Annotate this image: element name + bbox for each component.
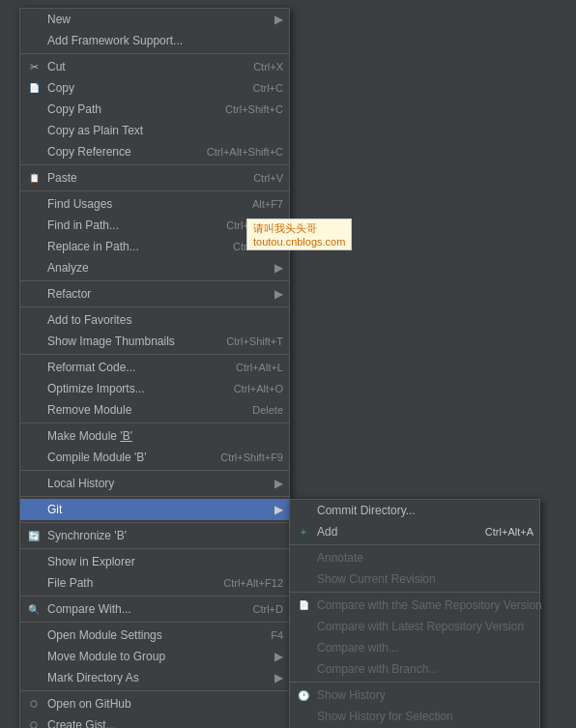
menu-item-analyze[interactable]: Analyze ▶ (20, 257, 289, 278)
compare-with-shortcut: Ctrl+D (234, 603, 283, 615)
separator (20, 496, 289, 497)
menu-item-paste[interactable]: 📋 Paste Ctrl+V (20, 167, 289, 189)
menu-item-copy-plain[interactable]: Copy as Plain Text (20, 120, 289, 141)
find-path-label: Find in Path... (47, 218, 119, 232)
git-compare-latest: Compare with Latest Repository Version (290, 616, 539, 637)
menu-item-copy-reference[interactable]: Copy Reference Ctrl+Alt+Shift+C (20, 141, 289, 162)
menu-item-optimize[interactable]: Optimize Imports... Ctrl+Alt+O (20, 378, 289, 399)
copy-path-label: Copy Path (47, 102, 101, 116)
cut-shortcut: Ctrl+X (234, 61, 283, 73)
menu-item-refactor[interactable]: Refactor ▶ (20, 283, 289, 305)
menu-item-mark-directory[interactable]: Mark Directory As ▶ (20, 667, 289, 688)
add-git-icon: + (296, 524, 311, 539)
menu-item-find-usages[interactable]: Find Usages Alt+F7 (20, 193, 289, 215)
menu-item-compare-with[interactable]: 🔍 Compare With... Ctrl+D (20, 598, 289, 620)
copy-reference-label: Copy Reference (47, 145, 131, 159)
git-show-history-selection: Show History for Selection (290, 706, 539, 727)
show-history-selection-label: Show History for Selection (317, 710, 453, 723)
menu-item-create-gist[interactable]: ⬡ Create Gist... (20, 714, 289, 728)
menu-item-git[interactable]: Git ▶ Commit Directory... + Add Ctrl+Alt… (20, 499, 289, 520)
separator (20, 164, 289, 165)
menu-item-copy-path[interactable]: Copy Path Ctrl+Shift+C (20, 99, 289, 120)
separator (290, 592, 539, 593)
reformat-shortcut: Ctrl+Alt+L (216, 362, 283, 373)
arrow-icon: ▶ (274, 261, 283, 275)
git-commit-directory[interactable]: Commit Directory... (290, 500, 539, 521)
separator (20, 190, 289, 191)
separator (20, 354, 289, 355)
cut-icon: ✂ (26, 59, 42, 74)
compare-with-label: Compare with... (317, 641, 398, 655)
local-history-label: Local History (47, 477, 114, 490)
open-module-settings-shortcut: F4 (251, 629, 283, 641)
menu-item-move-module[interactable]: Move Module to Group ▶ (20, 646, 289, 667)
git-annotate: Annotate (290, 547, 539, 568)
menu-item-open-module-settings[interactable]: Open Module Settings F4 (20, 625, 289, 646)
menu-item-reformat[interactable]: Reformat Code... Ctrl+Alt+L (20, 357, 289, 378)
menu-item-file-path[interactable]: File Path Ctrl+Alt+F12 (20, 572, 289, 594)
copy-shortcut: Ctrl+C (234, 82, 283, 94)
open-module-settings-label: Open Module Settings (47, 628, 162, 642)
separator (20, 306, 289, 307)
mark-directory-label: Mark Directory As (47, 671, 139, 684)
arrow-icon: ▶ (274, 13, 283, 26)
remove-module-label: Remove Module (47, 403, 131, 417)
menu-item-thumbnails[interactable]: Show Image Thumbnails Ctrl+Shift+T (20, 331, 289, 352)
copy-label: Copy (47, 81, 74, 95)
separator (20, 522, 289, 523)
git-compare-same-repo: 📄 Compare with the Same Repository Versi… (290, 595, 539, 616)
menu-item-copy[interactable]: 📄 Copy Ctrl+C (20, 77, 289, 99)
menu-item-synchronize[interactable]: 🔄 Synchronize 'B' (20, 525, 289, 546)
menu-item-add-framework[interactable]: Add Framework Support... (20, 30, 289, 51)
separator (290, 544, 539, 545)
separator (20, 596, 289, 597)
compile-module-shortcut: Ctrl+Shift+F9 (201, 451, 283, 463)
find-path-shortcut: Ctrl+Shift+F (207, 219, 283, 231)
add-label: Add (317, 525, 337, 539)
copy-path-shortcut: Ctrl+Shift+C (206, 103, 283, 115)
copy-plain-label: Copy as Plain Text (47, 124, 143, 137)
git-show-current-revision: Show Current Revision (290, 568, 539, 590)
compare-with-icon: 🔍 (26, 601, 42, 617)
context-menu[interactable]: New ▶ Add Framework Support... ✂ Cut Ctr… (19, 8, 290, 728)
file-path-label: File Path (47, 576, 93, 590)
menu-item-compile-module[interactable]: Compile Module 'B' Ctrl+Shift+F9 (20, 447, 289, 468)
compare-icon: 📄 (296, 597, 311, 613)
menu-item-cut[interactable]: ✂ Cut Ctrl+X (20, 56, 289, 77)
git-add[interactable]: + Add Ctrl+Alt+A (290, 521, 539, 542)
gist-icon: ⬡ (26, 717, 42, 728)
menu-item-local-history[interactable]: Local History ▶ (20, 473, 289, 494)
add-favorites-label: Add to Favorites (47, 313, 131, 327)
optimize-shortcut: Ctrl+Alt+O (215, 383, 283, 394)
git-label: Git (47, 503, 62, 516)
separator (20, 622, 289, 623)
menu-item-replace-path[interactable]: Replace in Path... Ctrl+Shift+ (20, 236, 289, 257)
synchronize-label: Synchronize 'B' (47, 529, 127, 542)
separator (20, 280, 289, 281)
create-gist-label: Create Gist... (47, 718, 116, 728)
optimize-label: Optimize Imports... (47, 382, 145, 395)
menu-item-remove-module[interactable]: Remove Module Delete (20, 399, 289, 421)
compare-branch-label: Compare with Branch... (317, 662, 438, 676)
separator (20, 690, 289, 691)
cut-label: Cut (47, 60, 66, 73)
commit-directory-label: Commit Directory... (317, 504, 416, 517)
compare-latest-label: Compare with Latest Repository Version (317, 620, 524, 633)
menu-item-find-path[interactable]: Find in Path... Ctrl+Shift+F (20, 215, 289, 236)
find-usages-label: Find Usages (47, 197, 112, 211)
copy-reference-shortcut: Ctrl+Alt+Shift+C (187, 146, 283, 158)
separator (20, 53, 289, 54)
thumbnails-label: Show Image Thumbnails (47, 335, 175, 348)
clock-icon: 🕐 (296, 687, 311, 703)
menu-item-make-module[interactable]: Make Module 'B' (20, 425, 289, 447)
refactor-label: Refactor (47, 287, 91, 301)
open-github-label: Open on GitHub (47, 697, 131, 711)
menu-item-new[interactable]: New ▶ (20, 9, 289, 30)
git-submenu[interactable]: Commit Directory... + Add Ctrl+Alt+A Ann… (289, 499, 540, 728)
menu-item-open-github[interactable]: ⬡ Open on GitHub (20, 693, 289, 714)
annotate-label: Annotate (317, 551, 363, 565)
arrow-icon: ▶ (274, 650, 283, 663)
menu-item-show-explorer[interactable]: Show in Explorer (20, 551, 289, 572)
menu-item-add-favorites[interactable]: Add to Favorites (20, 309, 289, 331)
separator (290, 682, 539, 683)
